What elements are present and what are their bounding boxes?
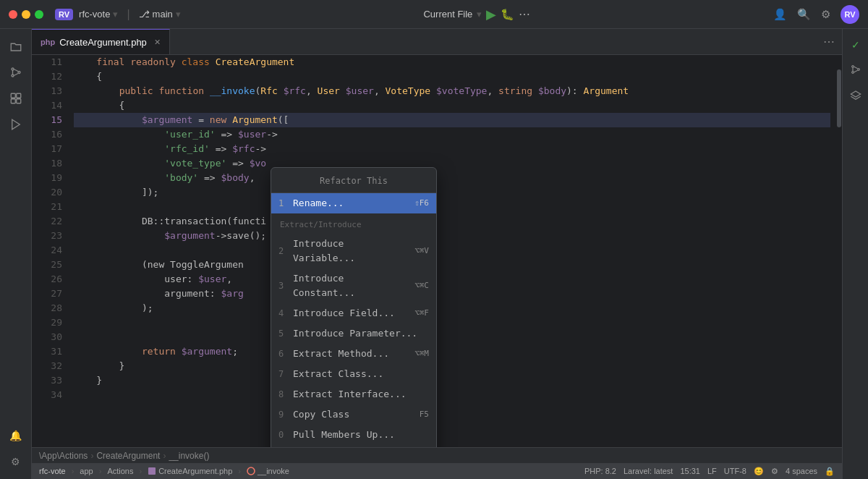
- search-icon[interactable]: 🔍: [797, 8, 811, 21]
- menu-item-shortcut-rename: ⇧F6: [414, 196, 429, 211]
- sidebar-item-plugins[interactable]: [4, 87, 27, 110]
- minimize-button[interactable]: [22, 10, 30, 19]
- line-numbers: 11 12 13 14 15 16 17 18 19 20 21 22 23 2…: [32, 55, 68, 447]
- menu-item-introduce-variable[interactable]: 2 Introduce Variable... ⌥⌘V: [271, 234, 436, 268]
- code-line-13: public function __invoke(Rfc $rfc, User …: [74, 84, 830, 98]
- sidebar-item-vcs[interactable]: [4, 61, 27, 84]
- code-editor[interactable]: 11 12 13 14 15 16 17 18 19 20 21 22 23 2…: [32, 55, 842, 447]
- code-line-25: (new ToggleArgumen: [74, 258, 830, 272]
- menu-item-push-members-down[interactable]: Push Members Down...: [271, 445, 436, 447]
- code-line-26: user: $user,: [74, 272, 830, 287]
- sidebar-item-folder[interactable]: [4, 35, 27, 58]
- svg-point-11: [851, 72, 854, 74]
- breadcrumb-method: __invoke(): [169, 451, 209, 461]
- tab-create-argument[interactable]: php CreateArgument.php ✕: [32, 29, 170, 54]
- sidebar: 🔔 ⚙: [0, 29, 32, 479]
- sidebar-item-settings[interactable]: ⚙: [4, 450, 27, 473]
- breadcrumb-bar: \App\Actions › CreateArgument › __invoke…: [32, 447, 842, 463]
- code-line-12: {: [74, 69, 830, 84]
- right-sidebar-git[interactable]: [846, 59, 866, 80]
- status-app: app: [80, 467, 93, 475]
- close-button[interactable]: [9, 10, 17, 19]
- tab-label: CreateArgument.php: [59, 37, 147, 48]
- status-php-version: PHP: 8.2: [584, 467, 616, 475]
- status-encoding: UTF-8: [724, 467, 746, 475]
- code-content[interactable]: final readonly class CreateArgument { pu…: [68, 55, 836, 447]
- code-line-19: 'body' => $body,: [74, 171, 830, 185]
- right-sidebar-layers[interactable]: [846, 84, 866, 104]
- status-time: 15:31: [680, 467, 700, 475]
- settings-icon[interactable]: ⚙: [821, 8, 830, 21]
- svg-rect-4: [16, 93, 20, 98]
- breadcrumb-path: \App\Actions: [39, 451, 88, 461]
- status-left: rfc-vote › app › Actions › CreateArgumen…: [39, 467, 289, 475]
- code-line-21: [74, 200, 830, 214]
- status-emoji: 😊: [754, 467, 764, 476]
- menu-item-copy-class[interactable]: 9 Copy Class F5: [271, 404, 436, 425]
- breadcrumb-class: CreateArgument: [96, 451, 160, 461]
- svg-rect-3: [11, 93, 15, 98]
- branch-name: main: [153, 9, 173, 20]
- menu-item-introduce-parameter[interactable]: 5 Introduce Parameter...: [271, 323, 436, 344]
- code-line-24: [74, 243, 830, 258]
- branch-selector[interactable]: ⎇ main ▾: [139, 9, 181, 20]
- titlebar-actions: 👤 🔍 ⚙ RV: [773, 5, 859, 24]
- breadcrumb-sep-1: ›: [90, 451, 93, 461]
- menu-item-extract-interface[interactable]: 8 Extract Interface...: [271, 384, 436, 404]
- tab-close-button[interactable]: ✕: [154, 38, 161, 47]
- menu-item-introduce-constant[interactable]: 3 Introduce Constant... ⌥⌘C: [271, 268, 436, 303]
- menu-item-label-rename: Rename...: [293, 196, 410, 211]
- sidebar-item-notifications[interactable]: 🔔: [4, 424, 27, 447]
- code-line-29: [74, 315, 830, 330]
- sidebar-item-run[interactable]: [4, 113, 27, 136]
- menu-item-rename[interactable]: 1 Rename... ⇧F6: [271, 193, 436, 213]
- svg-rect-5: [11, 99, 15, 103]
- code-line-11: final readonly class CreateArgument: [74, 55, 830, 69]
- titlebar-divider: |: [127, 8, 129, 21]
- debug-button[interactable]: 🐛: [501, 8, 514, 21]
- more-options-button[interactable]: ⋯: [519, 7, 530, 21]
- main-layout: 🔔 ⚙ php CreateArgument.php ✕ ⋯ 11 12 13 …: [0, 29, 868, 479]
- run-configuration[interactable]: Current File ▾ ▶ 🐛 ⋯: [423, 7, 530, 22]
- svg-rect-8: [148, 467, 156, 475]
- status-line-ending: LF: [707, 467, 717, 475]
- code-line-27: argument: $arg: [74, 287, 830, 301]
- maximize-button[interactable]: [35, 10, 43, 19]
- svg-point-10: [851, 66, 854, 68]
- menu-item-introduce-field[interactable]: 4 Introduce Field... ⌥⌘F: [271, 303, 436, 323]
- traffic-lights: [9, 10, 43, 19]
- status-settings: ⚙: [771, 467, 778, 476]
- right-sidebar: ✓: [842, 29, 868, 479]
- status-right: PHP: 8.2 Laravel: latest 15:31 LF UTF-8 …: [584, 467, 835, 476]
- menu-item-extract-class[interactable]: 7 Extract Class...: [271, 364, 436, 384]
- code-line-28: );: [74, 301, 830, 315]
- code-line-33: }: [74, 373, 830, 388]
- status-actions: Actions: [107, 467, 133, 475]
- tab-actions-button[interactable]: ⋯: [816, 35, 842, 48]
- branch-icon: ⎇: [139, 9, 150, 20]
- menu-item-extract-method[interactable]: 6 Extract Method... ⌥⌘M: [271, 344, 436, 364]
- status-lock: 🔒: [825, 467, 835, 476]
- code-line-15: $argument = new Argument([: [74, 113, 830, 127]
- svg-point-2: [18, 72, 20, 74]
- php-file-icon: php: [41, 38, 55, 46]
- svg-point-9: [247, 467, 255, 475]
- status-file: CreateArgument.php: [148, 467, 232, 475]
- right-sidebar-checkmark[interactable]: ✓: [846, 35, 866, 55]
- run-button[interactable]: ▶: [486, 7, 496, 22]
- status-method: __invoke: [247, 467, 289, 475]
- code-line-30: [74, 330, 830, 344]
- project-info[interactable]: RV rfc-vote ▾: [55, 9, 118, 20]
- code-line-31: return $argument;: [74, 344, 830, 359]
- refactor-context-menu[interactable]: Refactor This 1 Rename... ⇧F6 Extract/In…: [271, 167, 437, 447]
- current-file-label: Current File: [423, 9, 472, 20]
- scrollbar-thumb[interactable]: [837, 69, 841, 127]
- status-project: rfc-vote: [39, 467, 66, 475]
- code-line-23: $argument->save();: [74, 229, 830, 243]
- user-icon[interactable]: 👤: [773, 8, 787, 21]
- menu-title: Refactor This: [271, 168, 436, 193]
- menu-item-pull-members-up[interactable]: 0 Pull Members Up...: [271, 425, 436, 445]
- avatar[interactable]: RV: [841, 5, 859, 24]
- status-bar: rfc-vote › app › Actions › CreateArgumen…: [32, 463, 842, 479]
- scrollbar[interactable]: [836, 55, 842, 447]
